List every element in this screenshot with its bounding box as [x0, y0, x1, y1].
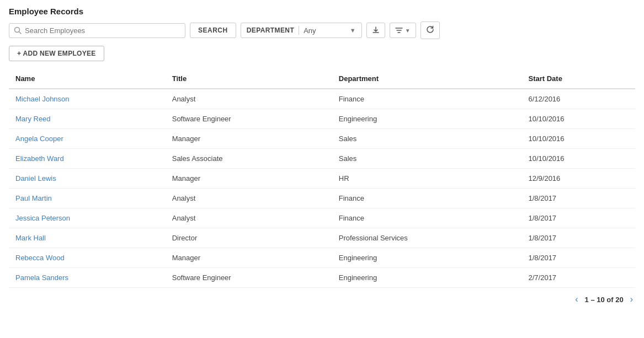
- employee-name-link[interactable]: Elizabeth Ward: [15, 154, 64, 163]
- dept-divider: [299, 26, 299, 35]
- cell-department: Professional Services: [332, 228, 522, 248]
- cell-start-date: 6/12/2016: [521, 89, 635, 109]
- cell-title: Manager: [166, 129, 332, 149]
- toolbar: SEARCH DEPARTMENT Any ▼ ▼: [9, 22, 635, 39]
- col-title: Title: [166, 69, 332, 89]
- table-header: Name Title Department Start Date: [9, 69, 635, 89]
- page-range: 1 – 10 of 20: [585, 296, 624, 304]
- cell-start-date: 2/7/2017: [521, 268, 635, 288]
- cell-department: Sales: [332, 129, 522, 149]
- search-wrapper: [9, 23, 185, 38]
- cell-name: Jessica Peterson: [9, 208, 166, 228]
- refresh-button[interactable]: [421, 22, 440, 39]
- pagination: ‹ 1 – 10 of 20 ›: [9, 293, 635, 305]
- chevron-down-icon: ▼: [350, 27, 356, 34]
- table-row: Elizabeth WardSales AssociateSales10/10/…: [9, 149, 635, 169]
- department-label: DEPARTMENT: [247, 26, 294, 34]
- page-title: Employee Records: [9, 7, 635, 16]
- cell-start-date: 12/9/2016: [521, 169, 635, 189]
- prev-page-button[interactable]: ‹: [573, 293, 580, 305]
- cell-department: Engineering: [332, 248, 522, 268]
- table-header-row: Name Title Department Start Date: [9, 69, 635, 89]
- next-page-button[interactable]: ›: [628, 293, 635, 305]
- cell-department: Engineering: [332, 109, 522, 129]
- employee-table: Name Title Department Start Date Michael…: [9, 69, 635, 288]
- cell-department: HR: [332, 169, 522, 189]
- employee-name-link[interactable]: Mark Hall: [15, 234, 46, 242]
- cell-department: Finance: [332, 89, 522, 109]
- cell-department: Finance: [332, 208, 522, 228]
- department-filter[interactable]: DEPARTMENT Any ▼: [241, 23, 362, 38]
- add-employee-button[interactable]: + ADD NEW EMPLOYEE: [9, 46, 104, 61]
- cell-title: Sales Associate: [166, 149, 332, 169]
- col-start-date: Start Date: [521, 69, 635, 89]
- cell-title: Analyst: [166, 89, 332, 109]
- employee-name-link[interactable]: Rebecca Wood: [15, 254, 65, 262]
- cell-name: Angela Cooper: [9, 129, 166, 149]
- cell-title: Analyst: [166, 189, 332, 208]
- table-row: Angela CooperManagerSales10/10/2016: [9, 129, 635, 149]
- cell-start-date: 1/8/2017: [521, 208, 635, 228]
- cell-name: Paul Martin: [9, 189, 166, 208]
- table-row: Paul MartinAnalystFinance1/8/2017: [9, 189, 635, 208]
- cell-department: Engineering: [332, 268, 522, 288]
- employee-name-link[interactable]: Pamela Sanders: [15, 273, 68, 282]
- cell-start-date: 10/10/2016: [521, 109, 635, 129]
- cell-start-date: 10/10/2016: [521, 129, 635, 149]
- table-row: Mark HallDirectorProfessional Services1/…: [9, 228, 635, 248]
- download-button[interactable]: [366, 23, 385, 38]
- cell-title: Analyst: [166, 208, 332, 228]
- cell-department: Sales: [332, 149, 522, 169]
- cell-start-date: 1/8/2017: [521, 189, 635, 208]
- search-input[interactable]: [25, 26, 180, 35]
- cell-start-date: 1/8/2017: [521, 248, 635, 268]
- table-row: Rebecca WoodManagerEngineering1/8/2017: [9, 248, 635, 268]
- cell-name: Michael Johnson: [9, 89, 166, 109]
- employee-name-link[interactable]: Daniel Lewis: [15, 174, 56, 183]
- cell-name: Mark Hall: [9, 228, 166, 248]
- col-name: Name: [9, 69, 166, 89]
- table-row: Pamela SandersSoftware EngineerEngineeri…: [9, 268, 635, 288]
- cell-title: Software Engineer: [166, 268, 332, 288]
- cell-title: Manager: [166, 169, 332, 189]
- employee-name-link[interactable]: Angela Cooper: [15, 135, 63, 143]
- table-row: Mary ReedSoftware EngineerEngineering10/…: [9, 109, 635, 129]
- filter-arrow: ▼: [405, 28, 411, 34]
- col-department: Department: [332, 69, 522, 89]
- cell-name: Rebecca Wood: [9, 248, 166, 268]
- department-value: Any: [304, 26, 345, 35]
- table-body: Michael JohnsonAnalystFinance6/12/2016Ma…: [9, 89, 635, 288]
- search-icon: [14, 26, 22, 34]
- employee-name-link[interactable]: Jessica Peterson: [15, 214, 70, 222]
- employee-name-link[interactable]: Michael Johnson: [15, 95, 70, 103]
- cell-title: Director: [166, 228, 332, 248]
- table-row: Jessica PetersonAnalystFinance1/8/2017: [9, 208, 635, 228]
- cell-name: Daniel Lewis: [9, 169, 166, 189]
- refresh-icon: [426, 25, 434, 34]
- cell-department: Finance: [332, 189, 522, 208]
- download-icon: [372, 26, 380, 34]
- cell-title: Manager: [166, 248, 332, 268]
- cell-name: Elizabeth Ward: [9, 149, 166, 169]
- cell-start-date: 10/10/2016: [521, 149, 635, 169]
- cell-start-date: 1/8/2017: [521, 228, 635, 248]
- svg-line-1: [19, 32, 22, 34]
- search-button[interactable]: SEARCH: [190, 23, 236, 38]
- cell-name: Pamela Sanders: [9, 268, 166, 288]
- table-row: Michael JohnsonAnalystFinance6/12/2016: [9, 89, 635, 109]
- cell-title: Software Engineer: [166, 109, 332, 129]
- filter-icon: [395, 26, 403, 34]
- employee-name-link[interactable]: Mary Reed: [15, 115, 51, 123]
- table-row: Daniel LewisManagerHR12/9/2016: [9, 169, 635, 189]
- filter-button[interactable]: ▼: [390, 23, 416, 38]
- cell-name: Mary Reed: [9, 109, 166, 129]
- employee-name-link[interactable]: Paul Martin: [15, 194, 52, 202]
